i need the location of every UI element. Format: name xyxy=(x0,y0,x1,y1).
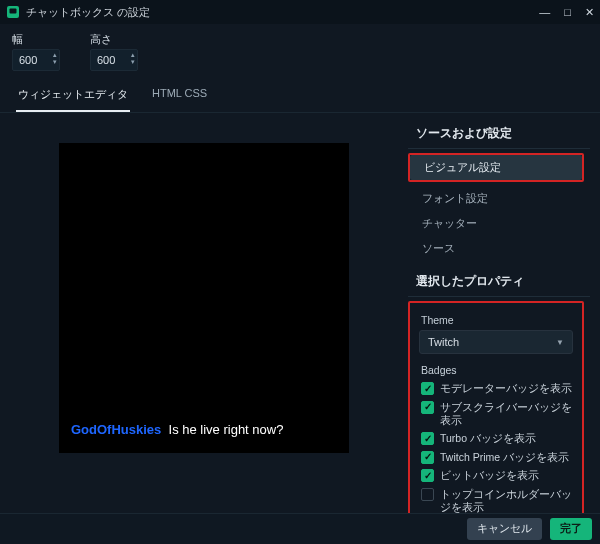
preview-pane: GodOfHuskies Is he live right now? xyxy=(0,113,408,513)
theme-value: Twitch xyxy=(428,336,459,348)
dimension-controls: 幅 600 ▴▾ 高さ 600 ▴▾ xyxy=(0,24,600,77)
footer: キャンセル 完了 xyxy=(0,513,600,543)
checkbox-prime-badge[interactable]: Twitch Prime バッジを表示 xyxy=(419,449,579,466)
height-spinner[interactable]: 600 ▴▾ xyxy=(90,49,138,71)
nav-font-settings[interactable]: フォント設定 xyxy=(408,186,590,211)
spinner-arrows-icon: ▴▾ xyxy=(53,51,57,65)
chat-preview: GodOfHuskies Is he live right now? xyxy=(59,143,349,453)
section-selected-properties: 選択したプロパティ xyxy=(408,267,590,296)
tab-widget-editor[interactable]: ウィジェットエディタ xyxy=(16,79,130,112)
window-close[interactable]: ✕ xyxy=(585,6,594,19)
side-panel: ソースおよび設定 ビジュアル設定 フォント設定 チャッター ソース 選択したプロ… xyxy=(408,113,600,513)
height-value: 600 xyxy=(97,54,115,66)
tab-html-css[interactable]: HTML CSS xyxy=(150,79,209,112)
theme-select[interactable]: Twitch ▼ xyxy=(419,330,573,354)
width-label: 幅 xyxy=(12,34,60,45)
nav-visual-settings[interactable]: ビジュアル設定 xyxy=(410,155,582,180)
window-title: チャットボックス の設定 xyxy=(26,5,150,20)
cancel-button[interactable]: キャンセル xyxy=(467,518,542,540)
done-button[interactable]: 完了 xyxy=(550,518,592,540)
spinner-arrows-icon: ▴▾ xyxy=(131,51,135,65)
width-spinner[interactable]: 600 ▴▾ xyxy=(12,49,60,71)
main-area: GodOfHuskies Is he live right now? ソースおよ… xyxy=(0,113,600,513)
nav-source[interactable]: ソース xyxy=(408,236,590,261)
checkbox-topcoin-badge[interactable]: トップコインホルダーバッジを表示 xyxy=(419,486,579,514)
chat-message: Is he live right now? xyxy=(169,422,284,437)
checkbox-moderator-badge[interactable]: モデレーターバッジを表示 xyxy=(419,380,579,397)
width-value: 600 xyxy=(19,54,37,66)
window-maximize[interactable]: □ xyxy=(564,6,571,19)
theme-label: Theme xyxy=(421,314,579,326)
titlebar: チャットボックス の設定 — □ ✕ xyxy=(0,0,600,24)
chat-username: GodOfHuskies xyxy=(71,422,161,437)
nav-chatter[interactable]: チャッター xyxy=(408,211,590,236)
app-icon xyxy=(6,5,20,19)
svg-rect-1 xyxy=(10,9,17,14)
height-label: 高さ xyxy=(90,34,138,45)
window-minimize[interactable]: — xyxy=(539,6,550,19)
chat-line: GodOfHuskies Is he live right now? xyxy=(71,422,337,437)
editor-tabs: ウィジェットエディタ HTML CSS xyxy=(0,79,600,113)
chevron-down-icon: ▼ xyxy=(556,338,564,347)
checkbox-turbo-badge[interactable]: Turbo バッジを表示 xyxy=(419,430,579,447)
checkbox-bit-badge[interactable]: ビットバッジを表示 xyxy=(419,467,579,484)
section-sources-settings: ソースおよび設定 xyxy=(408,119,590,148)
badges-label: Badges xyxy=(421,364,579,376)
checkbox-subscriber-badge[interactable]: サブスクライバーバッジを表示 xyxy=(419,399,579,429)
